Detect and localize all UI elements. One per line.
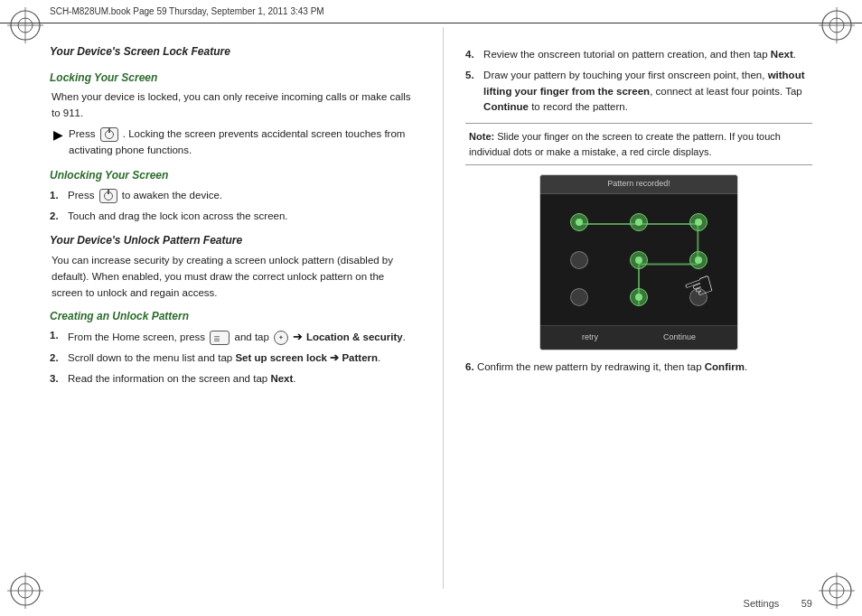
note-box: Note: Slide your finger on the screen to… xyxy=(465,123,812,165)
locking-title: Locking Your Screen xyxy=(50,70,416,87)
right-item-5: 5. Draw your pattern by touching your fi… xyxy=(465,68,812,116)
menu-icon xyxy=(210,331,230,345)
pattern-header: Pattern recorded! xyxy=(540,175,737,194)
creating-text-3: Read the information on the screen and t… xyxy=(68,371,296,387)
creating-text-1: From the Home screen, press and tap ➔ Lo… xyxy=(68,328,406,346)
dot-1-1 xyxy=(549,203,609,241)
locking-body: When your device is locked, you can only… xyxy=(50,89,416,122)
footer-settings: Settings xyxy=(744,598,780,609)
bullet-arrow-icon: ▶ xyxy=(53,126,63,145)
locking-bullet-prefix: Press xyxy=(69,128,95,139)
creating-item-3: 3. Read the information on the screen an… xyxy=(50,371,416,387)
dot-2-1 xyxy=(549,241,609,279)
right-column: 4. Review the onscreen tutorial on patte… xyxy=(443,27,812,589)
dot-1-3 xyxy=(669,203,728,241)
dot-3-2 xyxy=(609,279,669,317)
creating-num-1: 1. xyxy=(50,328,62,346)
creating-title: Creating an Unlock Pattern xyxy=(50,308,416,325)
confirm-label: Confirm xyxy=(705,361,745,372)
right-num-5: 5. xyxy=(465,68,478,116)
right-item-4: 4. Review the onscreen tutorial on patte… xyxy=(465,47,812,63)
locking-bullet-text: Press . Locking the screen prevents acci… xyxy=(69,126,416,159)
dot-inner-1-3 xyxy=(689,213,707,231)
locking-bullet-row: ▶ Press . Locking the screen prevents ac… xyxy=(53,126,416,159)
header-bar: SCH-M828UM.book Page 59 Thursday, Septem… xyxy=(0,0,862,23)
unlocking-item-1: 1. Press to awaken the device. xyxy=(50,188,416,204)
right-num-6: 6. xyxy=(465,361,474,372)
settings-icon xyxy=(274,331,288,345)
next-text-2: Next xyxy=(771,49,793,60)
unlocking-item-2: 2. Touch and drag the lock icon across t… xyxy=(50,209,416,225)
dot-3-1 xyxy=(549,279,609,317)
left-column: Your Device's Screen Lock Feature Lockin… xyxy=(50,27,416,589)
creating-num-3: 3. xyxy=(50,371,62,387)
pattern-footer: retry Continue xyxy=(540,325,737,350)
corner-decoration-bl xyxy=(7,573,43,609)
continue-text: Continue xyxy=(483,101,529,112)
dot-inner-2-2 xyxy=(630,251,648,269)
right-text-5: Draw your pattern by touching your first… xyxy=(483,68,812,116)
creating-list: 1. From the Home screen, press and tap ➔… xyxy=(50,328,416,387)
item-text-1: Press to awaken the device. xyxy=(68,188,222,204)
right-num-4: 4. xyxy=(465,47,478,63)
right-list: 4. Review the onscreen tutorial on patte… xyxy=(465,47,812,116)
creating-item-2: 2. Scroll down to the menu list and tap … xyxy=(50,350,416,367)
arrow-right-icon: ➔ xyxy=(293,330,306,343)
unlock-pattern-title: Your Device's Unlock Pattern Feature xyxy=(50,232,416,249)
dot-inner-2-1 xyxy=(570,251,588,269)
item-text-2: Touch and drag the lock icon across the … xyxy=(68,209,288,225)
unlocking-list: 1. Press to awaken the device. 2. Touch … xyxy=(50,188,416,225)
corner-decoration-tl xyxy=(7,7,43,43)
dot-inner-1-2 xyxy=(630,213,648,231)
dot-2-2 xyxy=(609,241,669,279)
next-text-1: Next xyxy=(270,373,293,384)
unlocking-title: Unlocking Your Screen xyxy=(50,167,416,184)
main-content: Your Device's Screen Lock Feature Lockin… xyxy=(50,27,812,589)
page-footer: Settings 59 xyxy=(744,598,812,609)
item-num-1: 1. xyxy=(50,188,62,204)
creating-item-1: 1. From the Home screen, press and tap ➔… xyxy=(50,328,416,346)
power-button-icon xyxy=(100,127,118,142)
note-text: Slide your finger on the screen to creat… xyxy=(469,131,781,157)
retry-button[interactable]: retry xyxy=(575,330,605,346)
corner-decoration-br xyxy=(819,573,855,609)
dot-inner-1-1 xyxy=(570,213,588,231)
creating-num-2: 2. xyxy=(50,350,62,367)
right-text-6-body: Confirm the new pattern by redrawing it,… xyxy=(477,361,702,372)
unlock-pattern-body: You can increase security by creating a … xyxy=(50,253,416,301)
continue-button[interactable]: Continue xyxy=(656,330,703,346)
dot-inner-3-1 xyxy=(570,288,588,306)
header-text: SCH-M828UM.book Page 59 Thursday, Septem… xyxy=(50,6,324,16)
pattern-image: Pattern recorded! xyxy=(539,174,738,350)
creating-text-2: Scroll down to the menu list and tap Set… xyxy=(68,350,380,367)
location-security-text: Location & security xyxy=(306,331,403,342)
dot-1-2 xyxy=(609,203,669,241)
note-label: Note: xyxy=(469,131,494,142)
locking-bullet-body: . Locking the screen prevents accidental… xyxy=(69,128,405,155)
set-up-lock-text: Set up screen lock ➔ Pattern xyxy=(235,352,378,363)
main-section-title: Your Device's Screen Lock Feature xyxy=(50,43,416,61)
power-button-icon-2 xyxy=(99,189,117,203)
right-text-4: Review the onscreen tutorial on pattern … xyxy=(483,47,796,63)
item-num-2: 2. xyxy=(50,209,62,225)
corner-decoration-tr xyxy=(819,7,855,43)
dot-inner-3-2 xyxy=(630,288,648,306)
pattern-grid: ☞ xyxy=(540,194,737,325)
right-item-6-container: 6. Confirm the new pattern by redrawing … xyxy=(465,359,812,376)
page-number: 59 xyxy=(801,598,812,609)
